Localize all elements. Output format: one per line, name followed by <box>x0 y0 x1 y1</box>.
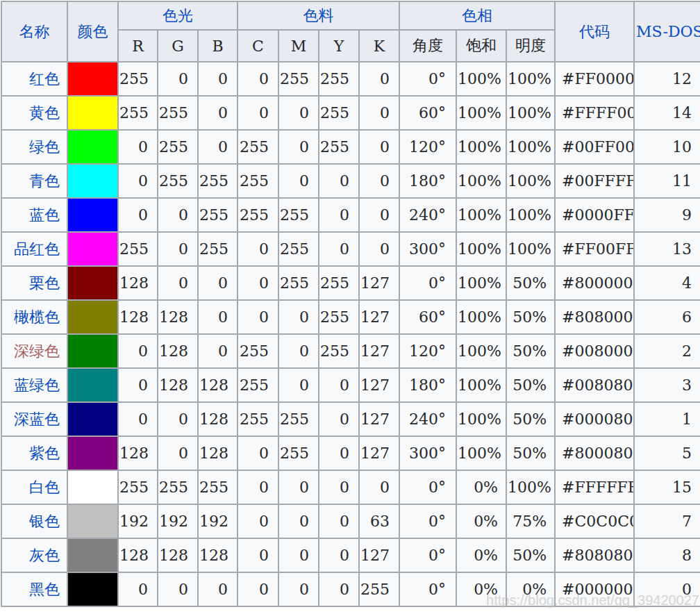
g-value: 255 <box>158 470 198 504</box>
saturation-value: 100% <box>456 436 506 470</box>
header-saturation: 饱和 <box>456 30 506 62</box>
m-value: 0 <box>278 470 319 504</box>
k-value: 127 <box>359 538 399 572</box>
saturation-value: 0% <box>456 538 506 572</box>
g-value: 255 <box>158 130 198 164</box>
c-value: 0 <box>238 504 278 538</box>
saturation-value: 100% <box>456 300 506 334</box>
color-name-link[interactable]: 深绿色 <box>1 334 67 368</box>
g-value: 0 <box>158 62 198 96</box>
r-value: 255 <box>118 62 158 96</box>
y-value: 0 <box>319 198 359 232</box>
r-value: 128 <box>118 266 158 300</box>
y-value: 255 <box>319 62 359 96</box>
lightness-value: 100% <box>506 232 555 266</box>
saturation-value: 100% <box>456 402 506 436</box>
saturation-value: 100% <box>456 96 506 130</box>
color-name-link[interactable]: 深蓝色 <box>1 402 67 436</box>
g-value: 128 <box>158 368 198 402</box>
r-value: 0 <box>118 368 158 402</box>
header-code[interactable]: 代码 <box>555 1 634 62</box>
color-name-link[interactable]: 蓝绿色 <box>1 368 67 402</box>
r-value: 0 <box>118 334 158 368</box>
hue-angle-value: 0° <box>399 266 456 300</box>
msdos-code-value: 3 <box>634 368 700 402</box>
header-lightness: 明度 <box>506 30 555 62</box>
r-value: 128 <box>118 300 158 334</box>
y-value: 0 <box>319 504 359 538</box>
color-name-link[interactable]: 灰色 <box>1 538 67 572</box>
b-value: 255 <box>198 232 238 266</box>
lightness-value: 0% <box>506 572 555 606</box>
b-value: 128 <box>198 436 238 470</box>
hue-angle-value: 0° <box>399 470 456 504</box>
m-value: 0 <box>278 96 319 130</box>
k-value: 127 <box>359 368 399 402</box>
hex-code-value: #FFFFFF <box>555 470 634 504</box>
header-hue-group[interactable]: 色相 <box>399 1 555 30</box>
lightness-value: 75% <box>506 504 555 538</box>
b-value: 0 <box>198 266 238 300</box>
hue-angle-value: 180° <box>399 164 456 198</box>
header-cmyk-group[interactable]: 色料 <box>238 1 399 30</box>
hex-code-value: #00FFFF <box>555 164 634 198</box>
header-rgb-group[interactable]: 色光 <box>118 1 238 30</box>
color-name-link[interactable]: 黑色 <box>1 572 67 606</box>
k-value: 63 <box>359 504 399 538</box>
color-name-link[interactable]: 黄色 <box>1 96 67 130</box>
color-name-link[interactable]: 蓝色 <box>1 198 67 232</box>
y-value: 255 <box>319 334 359 368</box>
table-row: 深蓝色001282552550127240°100%50%#0000801 <box>1 402 700 436</box>
y-value: 0 <box>319 436 359 470</box>
table-row: 蓝绿色012812825500127180°100%50%#0080803 <box>1 368 700 402</box>
b-value: 0 <box>198 62 238 96</box>
hue-angle-value: 0° <box>399 538 456 572</box>
b-value: 128 <box>198 538 238 572</box>
color-swatch <box>67 266 118 300</box>
color-name-link[interactable]: 银色 <box>1 504 67 538</box>
r-value: 255 <box>118 232 158 266</box>
c-value: 255 <box>238 164 278 198</box>
b-value: 0 <box>198 130 238 164</box>
c-value: 0 <box>238 470 278 504</box>
g-value: 255 <box>158 164 198 198</box>
header-msdos[interactable]: MS-DOS <box>634 1 700 62</box>
color-swatch <box>67 538 118 572</box>
hex-code-value: #FF00FF <box>555 232 634 266</box>
color-name-link[interactable]: 绿色 <box>1 130 67 164</box>
header-color[interactable]: 颜色 <box>67 1 118 62</box>
b-value: 128 <box>198 402 238 436</box>
msdos-code-value: 0 <box>634 572 700 606</box>
table-row: 栗色1280002552551270°100%50%#8000004 <box>1 266 700 300</box>
b-value: 255 <box>198 164 238 198</box>
g-value: 255 <box>158 96 198 130</box>
k-value: 0 <box>359 164 399 198</box>
k-value: 127 <box>359 300 399 334</box>
hex-code-value: #FF0000 <box>555 62 634 96</box>
header-name[interactable]: 名称 <box>1 1 67 62</box>
header-g: G <box>158 30 198 62</box>
hex-code-value: #000000 <box>555 572 634 606</box>
saturation-value: 100% <box>456 164 506 198</box>
color-name-link[interactable]: 品红色 <box>1 232 67 266</box>
color-name-link[interactable]: 红色 <box>1 62 67 96</box>
saturation-value: 100% <box>456 198 506 232</box>
saturation-value: 100% <box>456 266 506 300</box>
hue-angle-value: 60° <box>399 300 456 334</box>
y-value: 0 <box>319 368 359 402</box>
y-value: 255 <box>319 130 359 164</box>
color-swatch <box>67 334 118 368</box>
hue-angle-value: 0° <box>399 504 456 538</box>
color-name-link[interactable]: 栗色 <box>1 266 67 300</box>
color-name-link[interactable]: 橄榄色 <box>1 300 67 334</box>
header-hue-angle: 角度 <box>399 30 456 62</box>
color-name-link[interactable]: 白色 <box>1 470 67 504</box>
g-value: 0 <box>158 198 198 232</box>
color-name-link[interactable]: 紫色 <box>1 436 67 470</box>
color-swatch <box>67 436 118 470</box>
hex-code-value: #C0C0C0 <box>555 504 634 538</box>
color-name-link[interactable]: 青色 <box>1 164 67 198</box>
b-value: 0 <box>198 300 238 334</box>
color-swatch <box>67 300 118 334</box>
header-y: Y <box>319 30 359 62</box>
